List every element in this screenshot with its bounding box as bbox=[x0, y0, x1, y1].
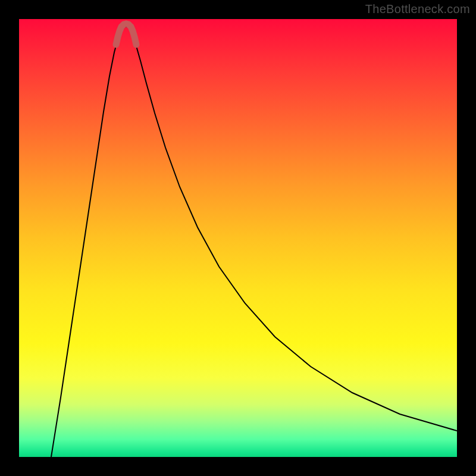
gradient-plot-area bbox=[19, 19, 457, 457]
plot-svg bbox=[19, 19, 457, 457]
bottleneck-curve bbox=[51, 27, 457, 457]
bottleneck-marker bbox=[116, 24, 136, 45]
watermark-text: TheBottleneck.com bbox=[365, 2, 470, 16]
